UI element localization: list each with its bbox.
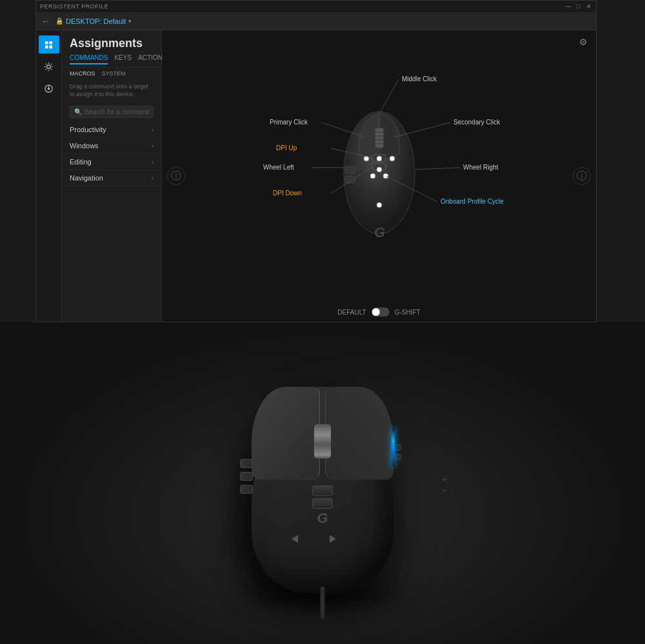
title-bar: PERSISTENT PROFILE — □ ✕: [36, 1, 596, 12]
side-number-labels: ⁴⁸ ⁸⁹: [442, 478, 446, 494]
svg-text:Onboard Profile Cycle: Onboard Profile Cycle: [441, 198, 504, 205]
svg-rect-0: [45, 41, 48, 44]
svg-text:Primary Click: Primary Click: [270, 119, 308, 126]
chevron-icon: ›: [152, 142, 154, 150]
sidebar-item-device[interactable]: [39, 79, 59, 97]
category-list: Productivity › Windows › Editing › Navig…: [62, 122, 161, 322]
toggle-switch[interactable]: [372, 307, 390, 317]
svg-rect-17: [375, 128, 384, 148]
mouse-led-strip: [392, 428, 395, 467]
next-arrow-button[interactable]: ⓘ: [573, 167, 591, 185]
svg-rect-25: [345, 176, 355, 183]
mouse-cable: [320, 587, 325, 619]
viz-area: ⚙: [162, 30, 596, 322]
search-input[interactable]: [84, 108, 149, 115]
num-label-1: ⁴⁸: [442, 478, 446, 483]
search-box[interactable]: 🔍: [70, 106, 154, 118]
assignments-nav-icon: [44, 40, 54, 50]
svg-rect-24: [345, 166, 355, 173]
maximize-button[interactable]: □: [575, 3, 582, 10]
svg-text:DPI Down: DPI Down: [273, 190, 302, 197]
svg-line-44: [415, 168, 460, 170]
svg-rect-1: [49, 41, 52, 44]
svg-line-11: [51, 63, 52, 64]
num-label-2: ⁸⁹: [442, 489, 446, 494]
svg-line-9: [46, 63, 46, 64]
mouse-side-btn-1: [240, 459, 253, 468]
mouse-svg: G Middle Click Primary Click Secondary C…: [212, 44, 547, 302]
content-panel: Assignments COMMANDS KEYS ACTIONS MACROS…: [62, 30, 162, 322]
mouse-dpi-buttons: [312, 485, 333, 511]
svg-text:Wheel Right: Wheel Right: [463, 164, 499, 171]
category-label: Windows: [70, 142, 99, 150]
svg-text:G: G: [374, 224, 385, 240]
title-bar-text: PERSISTENT PROFILE: [40, 3, 108, 10]
mode-toggle: DEFAULT G-SHIFT: [337, 307, 420, 317]
tab-commands[interactable]: COMMANDS: [70, 54, 108, 64]
svg-text:Middle Click: Middle Click: [402, 75, 437, 83]
toggle-thumb: [372, 308, 380, 316]
chevron-icon: ›: [152, 126, 154, 133]
mouse-side-btn-2: [240, 472, 253, 481]
lock-icon: 🔒: [55, 17, 63, 24]
gshift-label: G-SHIFT: [395, 309, 421, 316]
svg-rect-3: [49, 45, 52, 48]
category-navigation[interactable]: Navigation ›: [62, 170, 161, 186]
mouse-right-button: [325, 387, 393, 480]
svg-line-12: [46, 68, 46, 69]
sub-tabs: MACROS SYSTEM: [62, 68, 161, 79]
svg-point-26: [377, 156, 382, 161]
mouse-body: G: [252, 387, 393, 593]
mouse-photo-section: G ⁴⁸ ⁸⁹: [0, 322, 645, 644]
category-windows[interactable]: Windows ›: [62, 138, 161, 154]
mouse-diagram: G Middle Click Primary Click Secondary C…: [162, 43, 596, 302]
svg-line-10: [51, 68, 52, 69]
svg-point-14: [48, 87, 50, 90]
icon-rail: [36, 30, 62, 322]
app-window: PERSISTENT PROFILE — □ ✕ ← 🔒 DESKTOP: De…: [35, 0, 597, 322]
category-label: Productivity: [70, 126, 106, 133]
sidebar-item-sun[interactable]: [39, 57, 59, 75]
svg-point-30: [370, 173, 375, 179]
search-icon: 🔍: [74, 108, 82, 115]
default-label: DEFAULT: [337, 309, 366, 316]
mouse-dpi-down-btn: [312, 498, 333, 509]
chevron-icon: ›: [152, 175, 154, 182]
svg-point-4: [47, 64, 51, 68]
mouse-3d-render: G ⁴⁸ ⁸⁹: [194, 348, 452, 619]
svg-text:Secondary Click: Secondary Click: [453, 119, 501, 126]
subtab-macros[interactable]: MACROS: [70, 70, 95, 77]
panel-title: Assignments: [62, 30, 161, 54]
device-icon: [44, 84, 54, 93]
tab-keys[interactable]: KEYS: [114, 54, 132, 64]
category-label: Editing: [70, 158, 92, 166]
profile-dropdown-arrow[interactable]: ▾: [128, 18, 132, 24]
drag-hint: Drag a command onto a target to assign i…: [62, 79, 161, 102]
lighting-icon: [44, 62, 54, 72]
profile-info: 🔒 DESKTOP: Default ▾: [55, 17, 132, 25]
thumb-arrow-left-icon: [292, 535, 298, 543]
svg-point-32: [377, 202, 382, 208]
mouse-left-button: [252, 387, 320, 480]
subtab-system[interactable]: SYSTEM: [102, 70, 126, 77]
tab-bar: COMMANDS KEYS ACTIONS: [62, 54, 161, 68]
prev-arrow-button[interactable]: ⓘ: [167, 167, 185, 185]
close-button[interactable]: ✕: [586, 3, 592, 10]
profile-name[interactable]: DESKTOP: Default: [66, 17, 126, 25]
svg-text:Wheel Left: Wheel Left: [263, 164, 294, 171]
mouse-dpi-up-btn: [312, 485, 333, 496]
svg-line-34: [379, 79, 399, 113]
svg-rect-2: [45, 45, 48, 48]
sidebar-item-assignments[interactable]: [39, 35, 59, 54]
category-editing[interactable]: Editing ›: [62, 154, 161, 170]
minimize-button[interactable]: —: [565, 3, 571, 10]
mouse-diagram-svg: G Middle Click Primary Click Secondary C…: [212, 44, 547, 302]
mouse-scroll-wheel: [313, 424, 332, 459]
svg-point-28: [390, 156, 395, 161]
mouse-side-buttons: [240, 459, 253, 494]
category-productivity[interactable]: Productivity ›: [62, 122, 161, 138]
profile-bar: ← 🔒 DESKTOP: Default ▾: [36, 12, 596, 30]
back-button[interactable]: ←: [41, 16, 50, 26]
mouse-side-btn-3: [240, 485, 253, 494]
app-layout: Assignments COMMANDS KEYS ACTIONS MACROS…: [36, 30, 596, 322]
